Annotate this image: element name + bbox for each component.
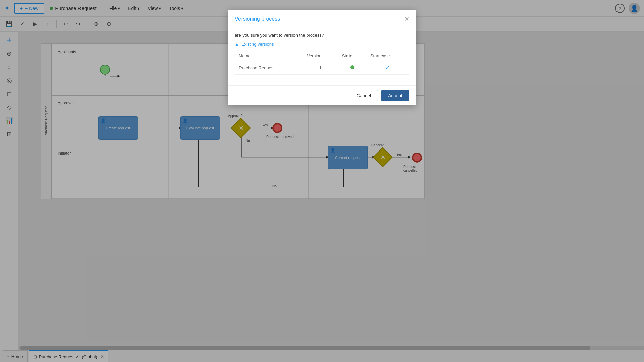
col-start-case: Start case — [366, 51, 409, 61]
state-active-dot — [350, 65, 354, 69]
versions-table: Name Version State Start case Purchase R… — [235, 51, 409, 75]
chevron-up-icon: ▲ — [235, 42, 239, 47]
modal-title: Versioning process — [235, 16, 280, 22]
col-version: Version — [303, 51, 338, 61]
modal-footer: Cancel Accept — [228, 85, 416, 105]
modal-close-button[interactable]: ✕ — [404, 15, 409, 23]
version-name: Purchase Request — [235, 61, 303, 75]
accept-button[interactable]: Accept — [381, 90, 409, 101]
col-name: Name — [235, 51, 303, 61]
modal-header: Versioning process ✕ — [228, 10, 416, 27]
versions-table-head: Name Version State Start case — [235, 51, 409, 61]
version-row: Purchase Request 1 ✓ — [235, 61, 409, 75]
version-start-case: ✓ — [366, 61, 409, 75]
versions-header-row: Name Version State Start case — [235, 51, 409, 61]
version-number: 1 — [303, 61, 338, 75]
versioning-modal: Versioning process ✕ are you sure you wa… — [228, 10, 416, 105]
cancel-button[interactable]: Cancel — [350, 90, 378, 101]
versions-table-body: Purchase Request 1 ✓ — [235, 61, 409, 75]
existing-versions-toggle[interactable]: ▲ Existing versions — [235, 42, 409, 47]
versions-toggle-label: Existing versions — [241, 42, 274, 47]
col-state: State — [338, 51, 366, 61]
start-case-check: ✓ — [385, 65, 390, 71]
modal-overlay: Versioning process ✕ are you sure you wa… — [0, 0, 644, 362]
modal-body: are you sure you want to version the pro… — [228, 27, 416, 85]
modal-question: are you sure you want to version the pro… — [235, 33, 409, 38]
version-state — [338, 61, 366, 75]
